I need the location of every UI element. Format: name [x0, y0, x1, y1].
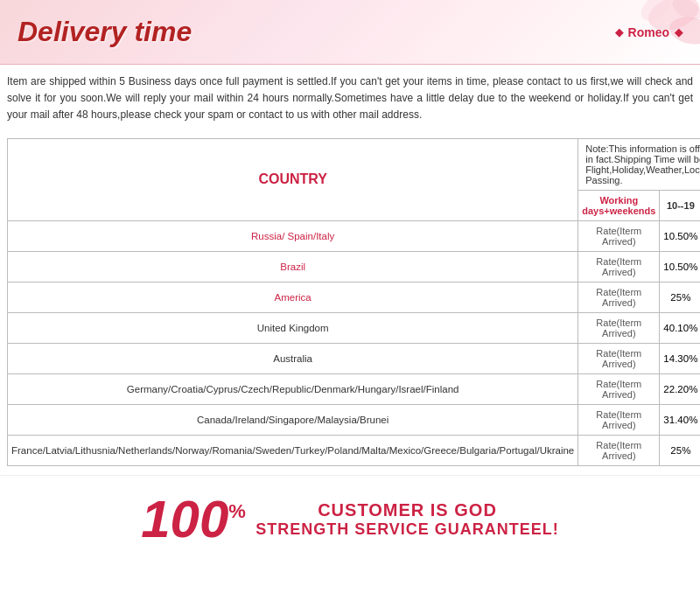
col1-cell: 25%	[660, 435, 700, 465]
col1-cell: 25%	[660, 282, 700, 312]
footer-line1: CUSTOMER IS GOD	[256, 500, 559, 520]
country-cell: United Kingdom	[8, 312, 578, 343]
country-cell: Brazil	[8, 251, 578, 282]
footer-line2: STRENGTH SERVICE GUARANTEEL!	[256, 520, 559, 539]
country-cell: Russia/ Spain/Italy	[8, 220, 578, 251]
brand-name: Romeo	[628, 25, 669, 39]
rate-cell: Rate(Iterm Arrived)	[578, 251, 660, 282]
table-row: Canada/Ireland/Singapore/Malaysia/Brunei…	[8, 404, 701, 435]
col-header-10-19: 10--19	[660, 190, 700, 220]
delivery-table-section: COUNTRY Note:This information is offered…	[0, 133, 700, 475]
table-row: AustraliaRate(Iterm Arrived)14.30%7.20%4…	[8, 343, 701, 373]
footer-text-block: CUSTOMER IS GOD STRENGTH SERVICE GUARANT…	[256, 500, 559, 539]
table-row: France/Latvia/Lithusnia/Netherlands/Norw…	[8, 435, 701, 465]
footer-percent: %	[228, 500, 246, 522]
table-row: AmericaRate(Iterm Arrived)25%31.70%15.40…	[8, 282, 701, 312]
table-row: BrazilRate(Iterm Arrived)10.50%15.30%37.…	[8, 251, 701, 282]
diamond-left-icon: ◆	[615, 26, 623, 38]
col1-cell: 10.50%	[660, 251, 700, 282]
table-row: United KingdomRate(Iterm Arrived)40.10%3…	[8, 312, 701, 343]
rate-cell: Rate(Iterm Arrived)	[578, 282, 660, 312]
description-text: Item are shipped within 5 Business days …	[0, 65, 700, 133]
country-cell: Australia	[8, 343, 578, 373]
brand-label: ◆ Romeo ◆	[615, 25, 682, 39]
col1-cell: 22.20%	[660, 373, 700, 404]
delivery-table: COUNTRY Note:This information is offered…	[7, 138, 700, 466]
page-title: Delivery time	[18, 16, 192, 47]
country-cell: Canada/Ireland/Singapore/Malaysia/Brunei	[8, 404, 578, 435]
col1-cell: 14.30%	[660, 343, 700, 373]
country-cell: America	[8, 282, 578, 312]
note-cell: Note:This information is offered only,an…	[578, 138, 700, 190]
rate-cell: Rate(Iterm Arrived)	[578, 373, 660, 404]
country-cell: France/Latvia/Lithusnia/Netherlands/Norw…	[8, 435, 578, 465]
rate-cell: Rate(Iterm Arrived)	[578, 343, 660, 373]
country-header-cell: COUNTRY	[8, 138, 578, 220]
table-row: Russia/ Spain/ItalyRate(Iterm Arrived)10…	[8, 220, 701, 251]
description-content: Item are shipped within 5 Business days …	[7, 75, 693, 121]
col1-cell: 10.50%	[660, 220, 700, 251]
footer-number: 100	[141, 493, 228, 546]
rate-cell: Rate(Iterm Arrived)	[578, 404, 660, 435]
diamond-right-icon: ◆	[675, 26, 682, 38]
table-row: Germany/Croatia/Cyprus/Czech/Republic/De…	[8, 373, 701, 404]
col1-cell: 40.10%	[660, 312, 700, 343]
country-cell: Germany/Croatia/Cyprus/Czech/Republic/De…	[8, 373, 578, 404]
table-header-row: COUNTRY Note:This information is offered…	[8, 138, 701, 190]
rate-cell: Rate(Iterm Arrived)	[578, 312, 660, 343]
page-header: Delivery time ◆ Romeo ◆	[0, 0, 700, 65]
rate-cell: Rate(Iterm Arrived)	[578, 435, 660, 465]
footer-section: 100% CUSTOMER IS GOD STRENGTH SERVICE GU…	[0, 475, 700, 559]
rate-cell: Rate(Iterm Arrived)	[578, 220, 660, 251]
col-header-working-days: Working days+weekends	[578, 190, 660, 220]
col1-cell: 31.40%	[660, 404, 700, 435]
